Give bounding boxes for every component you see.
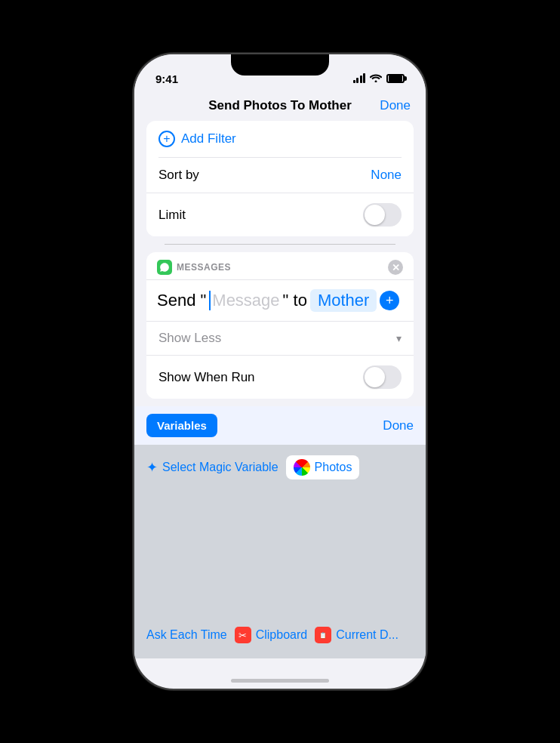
variables-done-button[interactable]: Done bbox=[383, 418, 414, 433]
ask-each-time-button[interactable]: Ask Each Time bbox=[146, 628, 227, 642]
add-filter-icon: + bbox=[158, 131, 175, 147]
filter-card: + Add Filter Sort by None Limit bbox=[146, 121, 414, 236]
nav-done-button[interactable]: Done bbox=[380, 98, 411, 113]
clipboard-tag[interactable]: ✂ Clipboard bbox=[235, 627, 307, 643]
limit-toggle[interactable] bbox=[363, 203, 402, 227]
show-less-label: Show Less bbox=[158, 331, 221, 346]
messages-section-label: MESSAGES bbox=[177, 262, 231, 273]
select-magic-variable[interactable]: ✦ Select Magic Variable bbox=[146, 459, 278, 476]
photos-app-icon bbox=[294, 459, 310, 476]
current-tag[interactable]: 📋 Current D... bbox=[315, 627, 398, 643]
magic-wand-icon: ✦ bbox=[146, 459, 158, 476]
current-label: Current D... bbox=[336, 628, 398, 642]
clipboard-label: Clipboard bbox=[256, 628, 307, 642]
variables-bar: Variables Done bbox=[134, 406, 426, 445]
recipient-tag[interactable]: Mother bbox=[310, 289, 377, 312]
show-when-run-row[interactable]: Show When Run bbox=[146, 356, 414, 399]
toggle-thumb bbox=[365, 367, 385, 387]
close-action-button[interactable]: ✕ bbox=[388, 260, 403, 275]
add-recipient-button[interactable]: + bbox=[380, 291, 399, 310]
action-header: MESSAGES ✕ bbox=[146, 252, 414, 280]
limit-label: Limit bbox=[158, 208, 186, 223]
to-text: " to bbox=[283, 291, 307, 310]
add-filter-label: Add Filter bbox=[181, 131, 236, 146]
chevron-down-icon: ▾ bbox=[396, 332, 402, 344]
messages-app-icon bbox=[157, 260, 172, 275]
photos-variable-tag[interactable]: Photos bbox=[286, 455, 360, 479]
photos-label: Photos bbox=[315, 461, 352, 474]
action-header-left: MESSAGES bbox=[157, 260, 231, 275]
sort-by-row[interactable]: Sort by None bbox=[146, 158, 414, 193]
variables-button[interactable]: Variables bbox=[146, 414, 217, 437]
variables-picker: ✦ Select Magic Variable Photos bbox=[134, 445, 426, 490]
section-divider bbox=[165, 244, 395, 245]
show-less-row[interactable]: Show Less ▾ bbox=[146, 322, 414, 356]
toggle-thumb bbox=[365, 205, 385, 225]
home-indicator bbox=[231, 679, 329, 683]
status-time: 9:41 bbox=[155, 72, 178, 85]
nav-title: Send Photos To Mother bbox=[208, 98, 352, 113]
send-text: Send " bbox=[157, 291, 206, 310]
current-icon: 📋 bbox=[315, 627, 331, 643]
show-when-run-label: Show When Run bbox=[158, 370, 255, 385]
nav-bar: Send Photos To Mother Done bbox=[134, 92, 426, 121]
status-icons bbox=[353, 73, 405, 85]
messages-action-card: MESSAGES ✕ Send " Message " to Mother + … bbox=[146, 252, 414, 399]
select-magic-label: Select Magic Variable bbox=[162, 461, 278, 474]
wifi-icon bbox=[370, 73, 382, 85]
sort-by-label: Sort by bbox=[158, 168, 199, 183]
battery-icon bbox=[386, 74, 405, 83]
clipboard-icon: ✂ bbox=[235, 627, 251, 643]
sort-by-value: None bbox=[371, 168, 402, 183]
limit-row[interactable]: Limit bbox=[146, 193, 414, 236]
notch bbox=[231, 54, 329, 76]
action-body: Send " Message " to Mother + bbox=[146, 280, 414, 322]
signal-icon bbox=[353, 74, 366, 83]
message-input[interactable]: Message bbox=[209, 291, 279, 310]
show-when-run-toggle[interactable] bbox=[363, 365, 402, 389]
add-filter-row[interactable]: + Add Filter bbox=[146, 121, 414, 157]
bottom-picker: Ask Each Time ✂ Clipboard 📋 Current D... bbox=[134, 616, 426, 658]
